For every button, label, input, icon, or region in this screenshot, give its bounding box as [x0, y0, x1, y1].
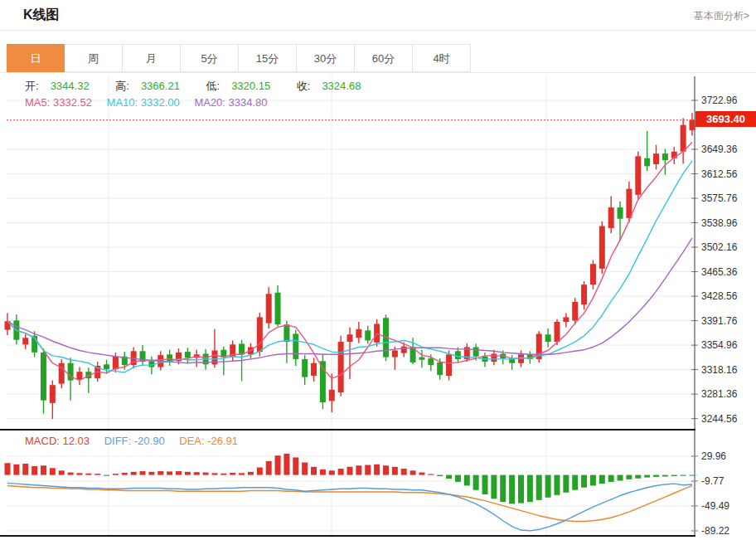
fundamental-analysis-link[interactable]: 基本面分析> — [694, 9, 749, 23]
tab-month[interactable]: 月 — [123, 44, 181, 72]
price-tick-label: 3575.76 — [701, 192, 737, 204]
title-divider — [0, 30, 756, 31]
price-tick-label: 3318.16 — [701, 364, 737, 376]
tab-day[interactable]: 日 — [7, 44, 65, 72]
macd-tick-label: -89.22 — [701, 525, 729, 537]
current-price-badge: 3693.40 — [695, 111, 756, 127]
tab-5min[interactable]: 5分 — [181, 44, 239, 72]
price-tick-label: 3465.36 — [701, 266, 737, 278]
diff-value: DIFF: -20.90 — [104, 435, 165, 447]
price-tick-label: 3649.36 — [701, 144, 737, 155]
dea-value: DEA: -26.91 — [179, 435, 238, 447]
macd-tick-label: -9.77 — [701, 475, 724, 487]
price-chart-canvas[interactable] — [0, 76, 756, 430]
tabbar-underline — [0, 72, 756, 73]
ohlc-row: 开:3344.32 高:3366.21 低:3320.15 收:3324.68 — [25, 79, 384, 94]
high-value: 3366.21 — [141, 80, 180, 92]
macd-value: MACD: 12.03 — [25, 435, 90, 447]
open-value: 3344.32 — [51, 80, 90, 92]
interval-tabbar: 日 周 月 5分 15分 30分 60分 4时 — [7, 44, 471, 72]
ma5-value: MA5: 3332.52 — [25, 96, 92, 109]
ma-row: MA5: 3332.52 MA10: 3332.00 MA20: 3334.80 — [25, 96, 279, 109]
low-label: 低: — [206, 80, 220, 92]
price-tick-label: 3428.56 — [701, 290, 737, 302]
macd-tick-label: 29.96 — [701, 450, 726, 462]
tab-30min[interactable]: 30分 — [297, 44, 355, 72]
bottom-border — [0, 535, 695, 537]
low-value: 3320.15 — [231, 80, 270, 92]
high-label: 高: — [115, 80, 129, 92]
panel-divider — [0, 429, 695, 431]
price-tick-label: 3281.36 — [701, 388, 737, 400]
tab-60min[interactable]: 60分 — [355, 44, 413, 72]
price-tick-label: 3538.96 — [701, 217, 737, 229]
price-tick-label: 3244.56 — [701, 413, 737, 425]
tab-15min[interactable]: 15分 — [239, 44, 297, 72]
tab-4hour[interactable]: 4时 — [413, 44, 471, 72]
macd-tick-label: -49.49 — [701, 500, 729, 512]
price-tick-label: 3722.96 — [701, 95, 737, 106]
macd-row: MACD: 12.03 DIFF: -20.90 DEA: -26.91 — [25, 435, 250, 447]
ma20-value: MA20: 3334.80 — [194, 96, 267, 109]
ma10-value: MA10: 3332.00 — [107, 96, 180, 109]
open-label: 开: — [25, 80, 39, 92]
price-tick-label: 3612.56 — [701, 168, 737, 180]
kline-app: K线图 基本面分析> 日 周 月 5分 15分 30分 60分 4时 开:334… — [0, 0, 756, 540]
price-tick-label: 3391.76 — [701, 315, 737, 327]
page-title: K线图 — [23, 7, 60, 24]
close-label: 收: — [297, 80, 311, 92]
price-tick-label: 3354.96 — [701, 339, 737, 351]
price-tick-label: 3502.16 — [701, 241, 737, 253]
close-value: 3324.68 — [322, 80, 361, 92]
tab-week[interactable]: 周 — [65, 44, 123, 72]
